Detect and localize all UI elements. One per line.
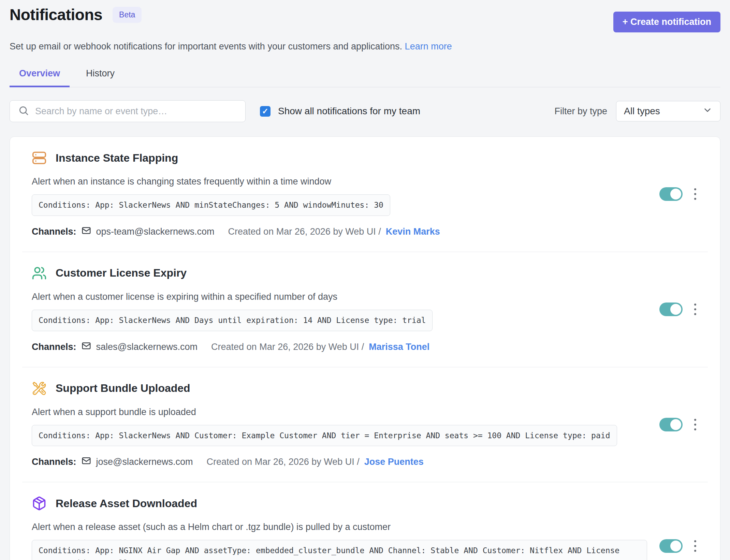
notification-card: Instance State Flapping Alert when an in…	[22, 137, 708, 252]
toggle-knob	[670, 541, 681, 551]
channel-email: jose@slackernews.com	[96, 457, 193, 467]
description-text: Set up email or webhook notifications fo…	[10, 41, 402, 51]
channels-row: Channels: jose@slackernews.com Created o…	[32, 456, 647, 468]
notification-title: Customer License Expiry	[56, 267, 187, 279]
server-stack-icon	[32, 150, 47, 165]
kebab-menu-icon[interactable]	[692, 186, 698, 203]
conditions-box: Conditions: App: NGINX Air Gap AND asset…	[32, 540, 647, 560]
type-filter-group: Filter by type All types	[554, 101, 720, 121]
tab-history[interactable]: History	[76, 63, 124, 87]
notification-list: Instance State Flapping Alert when an in…	[10, 136, 720, 560]
channel-email: ops-team@slackernews.com	[96, 226, 215, 237]
card-actions	[647, 301, 698, 318]
card-content: Support Bundle Uploaded Alert when a sup…	[32, 381, 647, 469]
notification-description: Alert when a support bundle is uploaded	[32, 407, 647, 417]
notification-title: Support Bundle Uploaded	[56, 382, 190, 395]
card-actions	[647, 416, 698, 433]
tab-bar: Overview History	[10, 63, 720, 87]
toggle-knob	[670, 189, 681, 200]
channels-label: Channels:	[32, 226, 76, 237]
notifications-page: Notifications Beta + Create notification…	[0, 0, 730, 560]
notification-card: Customer License Expiry Alert when a cus…	[22, 252, 708, 367]
notification-card: Support Bundle Uploaded Alert when a sup…	[22, 367, 708, 483]
search-input[interactable]	[35, 106, 237, 117]
search-icon	[18, 105, 29, 117]
conditions-box: Conditions: App: SlackerNews AND Days un…	[32, 310, 433, 331]
kebab-menu-icon[interactable]	[692, 537, 698, 555]
team-filter-label: Show all notifications for my team	[278, 106, 420, 117]
notification-title: Release Asset Downloaded	[56, 497, 197, 510]
kebab-menu-icon[interactable]	[692, 416, 698, 433]
conditions-box: Conditions: App: SlackerNews AND Custome…	[32, 425, 617, 446]
mail-icon	[81, 456, 91, 468]
create-notification-button[interactable]: + Create notification	[613, 12, 720, 32]
card-actions	[647, 186, 698, 203]
channels-row: Channels: sales@slackernews.com Created …	[32, 341, 647, 353]
users-icon	[32, 266, 47, 281]
chevron-down-icon	[702, 105, 713, 118]
page-description: Set up email or webhook notifications fo…	[10, 41, 720, 52]
notification-description: Alert when a customer license is expirin…	[32, 292, 647, 302]
page-header: Notifications Beta + Create notification	[10, 5, 720, 32]
type-filter-label: Filter by type	[554, 106, 607, 117]
toggle-knob	[670, 304, 681, 315]
card-content: Instance State Flapping Alert when an in…	[32, 150, 647, 238]
enable-toggle[interactable]	[659, 418, 683, 431]
enable-toggle[interactable]	[659, 303, 683, 316]
enable-toggle[interactable]	[659, 187, 683, 201]
tab-overview[interactable]: Overview	[10, 63, 70, 87]
page-title: Notifications	[10, 5, 102, 24]
team-filter-checkbox-row[interactable]: ✓ Show all notifications for my team	[260, 106, 420, 117]
created-text: Created on Mar 26, 2026 by Web UI /	[228, 226, 381, 237]
mail-icon	[81, 341, 91, 353]
notification-card: Release Asset Downloaded Alert when a re…	[22, 482, 708, 560]
notification-title: Instance State Flapping	[56, 152, 178, 164]
search-box	[10, 100, 246, 122]
notification-description: Alert when an instance is changing state…	[32, 176, 647, 187]
created-text: Created on Mar 26, 2026 by Web UI /	[211, 342, 364, 352]
created-text: Created on Mar 26, 2026 by Web UI /	[207, 457, 360, 467]
notification-description: Alert when a release asset (such as a He…	[32, 522, 647, 532]
card-content: Release Asset Downloaded Alert when a re…	[32, 496, 647, 560]
enable-toggle[interactable]	[659, 539, 683, 553]
channels-label: Channels:	[32, 457, 76, 467]
wrench-screwdriver-icon	[32, 381, 47, 396]
package-icon	[32, 496, 47, 511]
type-filter-select[interactable]: All types	[616, 101, 720, 121]
channel-email: sales@slackernews.com	[96, 342, 198, 352]
mail-icon	[81, 225, 91, 238]
channels-label: Channels:	[32, 342, 76, 352]
channels-row: Channels: ops-team@slackernews.com Creat…	[32, 225, 647, 238]
created-by-link[interactable]: Kevin Marks	[386, 226, 440, 237]
team-filter-checkbox[interactable]: ✓	[260, 106, 271, 117]
learn-more-link[interactable]: Learn more	[405, 41, 452, 51]
conditions-box: Conditions: App: SlackerNews AND minStat…	[32, 194, 390, 216]
created-by-link[interactable]: Marissa Tonel	[369, 342, 429, 352]
filter-bar: ✓ Show all notifications for my team Fil…	[10, 100, 720, 122]
toggle-knob	[670, 419, 681, 430]
type-filter-value: All types	[624, 106, 660, 117]
kebab-menu-icon[interactable]	[692, 301, 698, 318]
title-group: Notifications Beta	[10, 5, 142, 24]
card-actions	[647, 537, 698, 555]
beta-badge: Beta	[113, 7, 142, 23]
card-content: Customer License Expiry Alert when a cus…	[32, 266, 647, 353]
created-by-link[interactable]: Jose Puentes	[364, 457, 424, 467]
